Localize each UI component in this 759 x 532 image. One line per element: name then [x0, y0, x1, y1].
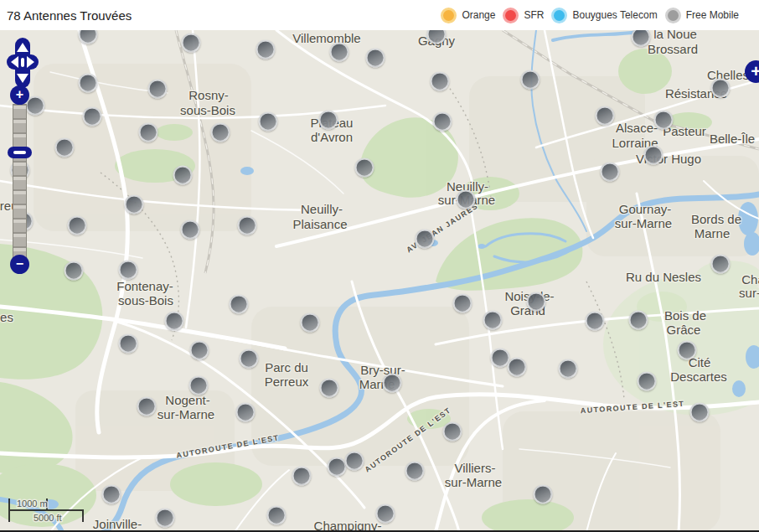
antenna-marker[interactable]: [148, 80, 168, 99]
place-label: Cha: [741, 272, 759, 287]
legend-item-sfr[interactable]: SFR: [503, 8, 544, 23]
place-label: sur-: [739, 286, 759, 300]
legend-item-orange[interactable]: Orange: [441, 8, 495, 23]
antenna-marker[interactable]: [521, 70, 540, 90]
place-label: Plaisance: [292, 217, 347, 231]
antenna-marker[interactable]: [165, 312, 184, 331]
antenna-marker[interactable]: [65, 261, 84, 281]
antenna-marker[interactable]: [139, 123, 158, 142]
legend: OrangeSFRBouygues TelecomFree Mobile: [441, 8, 739, 23]
antenna-marker[interactable]: [601, 163, 620, 182]
operator-dot-icon: [441, 8, 457, 23]
antenna-marker[interactable]: [211, 123, 230, 142]
place-label: Rosny-: [188, 88, 229, 102]
antenna-marker[interactable]: [678, 341, 697, 360]
antenna-marker[interactable]: [238, 216, 257, 235]
antenna-marker[interactable]: [102, 485, 121, 504]
place-label: Parc du: [265, 360, 308, 374]
legend-item-label: Bouygues Telecom: [572, 9, 657, 21]
antenna-marker[interactable]: [711, 255, 731, 274]
operator-dot-icon: [551, 8, 567, 23]
antenna-marker[interactable]: [711, 79, 731, 98]
antenna-marker[interactable]: [292, 467, 312, 486]
antenna-marker[interactable]: [366, 49, 385, 68]
place-label: Neuilly-: [301, 202, 343, 216]
antenna-marker[interactable]: [559, 359, 578, 379]
place-label: Gournay-: [619, 202, 672, 216]
place-label: Perreux: [265, 374, 309, 389]
scale-imperial-label: 5000 ft: [34, 513, 62, 523]
antenna-marker[interactable]: [137, 397, 157, 416]
antenna-marker[interactable]: [119, 334, 138, 354]
antenna-marker[interactable]: [644, 146, 663, 165]
antenna-marker[interactable]: [345, 452, 364, 471]
antenna-marker[interactable]: [301, 313, 320, 333]
place-label: Alsace-: [616, 121, 658, 135]
antenna-marker[interactable]: [230, 295, 249, 314]
place-label: Villemomble: [292, 31, 360, 45]
antenna-marker[interactable]: [483, 311, 503, 330]
antenna-marker[interactable]: [119, 261, 138, 280]
antenna-marker[interactable]: [405, 462, 425, 481]
antenna-marker[interactable]: [182, 34, 201, 53]
antenna-marker[interactable]: [55, 138, 75, 158]
antenna-marker[interactable]: [259, 112, 278, 132]
antenna-marker[interactable]: [654, 111, 674, 130]
operator-dot-icon: [665, 8, 681, 23]
antenna-marker[interactable]: [330, 43, 349, 62]
antenna-marker[interactable]: [457, 190, 476, 209]
antenna-marker[interactable]: [629, 311, 648, 330]
antenna-marker[interactable]: [443, 422, 462, 442]
zoom-slider-handle[interactable]: [8, 147, 32, 158]
legend-item-bouygues-telecom[interactable]: Bouygues Telecom: [551, 8, 657, 23]
antenna-marker[interactable]: [355, 158, 374, 178]
antenna-marker[interactable]: [190, 341, 209, 360]
antenna-marker[interactable]: [156, 509, 175, 528]
legend-item-label: Orange: [462, 9, 495, 21]
antenna-marker[interactable]: [416, 230, 435, 249]
antenna-marker[interactable]: [527, 292, 546, 312]
antenna-marker[interactable]: [383, 374, 402, 393]
antenna-marker[interactable]: [189, 376, 209, 395]
antenna-marker[interactable]: [690, 403, 710, 422]
antenna-marker[interactable]: [173, 166, 193, 185]
antenna-marker[interactable]: [267, 506, 287, 525]
antenna-marker[interactable]: [586, 312, 605, 331]
place-label: Brossard: [648, 42, 698, 56]
antenna-marker[interactable]: [181, 220, 200, 240]
place-label: sur-Marne: [615, 216, 672, 230]
antenna-marker[interactable]: [320, 379, 339, 398]
antenna-marker[interactable]: [68, 216, 87, 235]
antenna-marker[interactable]: [453, 294, 472, 313]
antenna-marker[interactable]: [240, 349, 259, 369]
antenna-marker[interactable]: [79, 74, 98, 93]
antenna-marker[interactable]: [433, 112, 452, 132]
antenna-marker[interactable]: [319, 111, 338, 130]
antenna-marker[interactable]: [638, 372, 657, 391]
antenna-marker[interactable]: [508, 358, 527, 377]
antenna-marker[interactable]: [534, 485, 553, 504]
antenna-marker[interactable]: [236, 403, 256, 422]
zoom-out-button[interactable]: −: [10, 255, 29, 274]
zoom-in-button[interactable]: +: [10, 85, 29, 105]
place-label: sous-Bois: [118, 293, 173, 307]
antenna-marker[interactable]: [376, 504, 395, 524]
antenna-marker[interactable]: [431, 72, 450, 91]
zoom-slider-track[interactable]: [13, 104, 27, 258]
antenna-marker[interactable]: [328, 457, 347, 477]
legend-item-label: SFR: [524, 9, 544, 21]
header-bar: 78 Antennes Trouvées OrangeSFRBouygues T…: [0, 0, 759, 30]
legend-item-free-mobile[interactable]: Free Mobile: [665, 8, 739, 23]
antenna-marker[interactable]: [83, 107, 102, 127]
antenna-marker[interactable]: [125, 195, 144, 214]
pan-control[interactable]: [6, 37, 39, 89]
place-label: Fontenay-: [116, 279, 173, 293]
antenna-marker[interactable]: [256, 40, 276, 59]
place-label: d'Avron: [311, 130, 353, 144]
antenna-marker[interactable]: [596, 106, 615, 126]
legend-item-label: Free Mobile: [686, 9, 739, 21]
place-label: Descartes: [670, 369, 727, 384]
place-label: Belle-Île: [710, 132, 755, 146]
place-label: Bry-sur-: [360, 363, 405, 377]
map-canvas[interactable]: AV. JEAN JAURÈSAUTOROUTE DE L'ESTAUTOROU…: [0, 30, 759, 532]
